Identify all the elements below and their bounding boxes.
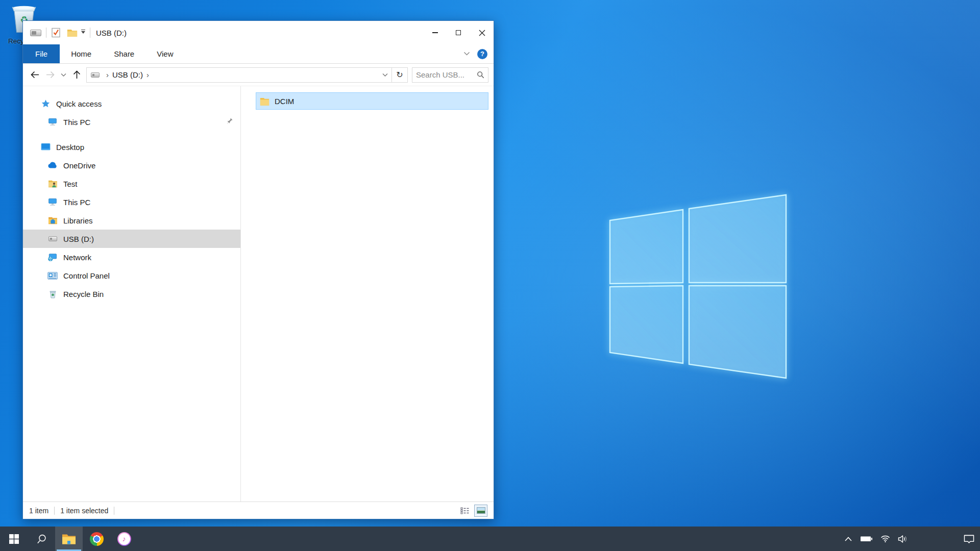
pin-icon <box>226 117 233 127</box>
folder-icon <box>260 97 270 106</box>
usb-drive-icon <box>91 72 100 78</box>
divider <box>54 507 55 515</box>
this-pc-icon <box>47 117 58 127</box>
new-folder-icon[interactable] <box>67 29 78 37</box>
maximize-button[interactable] <box>447 21 470 44</box>
search-icon <box>36 534 47 544</box>
sidebar-item-desktop[interactable]: Desktop <box>23 138 240 156</box>
details-view-button[interactable] <box>458 505 471 517</box>
up-arrow-icon <box>73 70 81 79</box>
chevron-down-icon <box>61 73 66 77</box>
this-pc-icon <box>47 197 58 207</box>
usb-drive-icon <box>47 234 58 244</box>
window-body: Quick access This PC Desktop <box>23 86 494 502</box>
sidebar-item-usb-d[interactable]: USB (D:) <box>23 230 240 248</box>
music-note-glyph: ♪ <box>122 535 126 543</box>
windows-start-icon <box>9 534 19 544</box>
navigation-pane: Quick access This PC Desktop <box>23 86 240 502</box>
libraries-icon <box>47 215 58 226</box>
sidebar-item-this-pc-pinned[interactable]: This PC <box>23 113 240 131</box>
chevron-down-icon <box>382 73 388 77</box>
file-list[interactable]: DCIM <box>241 86 495 502</box>
sidebar-item-quick-access[interactable]: Quick access <box>23 94 240 113</box>
details-view-icon <box>460 507 469 514</box>
file-item-dcim[interactable]: DCIM <box>256 92 488 110</box>
control-panel-icon <box>47 270 58 281</box>
sidebar-item-recycle-bin[interactable]: Recycle Bin <box>23 285 240 303</box>
sidebar-item-libraries[interactable]: Libraries <box>23 211 240 230</box>
close-button[interactable] <box>470 21 494 44</box>
quick-access-star-icon <box>40 98 51 109</box>
ribbon-tab-bar: File Home Share View ? <box>23 44 494 64</box>
thumbnail-view-icon <box>477 507 485 514</box>
taskbar: ♪ <box>0 527 980 551</box>
network-icon <box>47 252 58 262</box>
refresh-button[interactable]: ↻ <box>392 68 407 82</box>
breadcrumb-usb-d[interactable]: USB (D:) <box>112 70 143 79</box>
divider <box>114 507 114 515</box>
forward-arrow-icon <box>46 71 55 79</box>
item-count: 1 item <box>29 507 48 515</box>
sidebar-item-control-panel[interactable]: Control Panel <box>23 266 240 285</box>
breadcrumb-chevron-icon: › <box>146 70 149 79</box>
address-dropdown-button[interactable] <box>378 68 391 82</box>
desktop-icon <box>40 142 51 152</box>
user-folder-icon <box>47 179 58 189</box>
taskbar-file-explorer-button[interactable] <box>55 527 83 551</box>
window-title: USB (D:) <box>96 29 127 37</box>
status-bar: 1 item 1 item selected <box>23 502 494 519</box>
caption-buttons <box>423 21 494 44</box>
desktop: ♻ Recycle Bin USB (D:) <box>0 0 980 551</box>
action-center-icon[interactable] <box>963 534 975 544</box>
sidebar-item-this-pc[interactable]: This PC <box>23 193 240 211</box>
sidebar-item-onedrive[interactable]: OneDrive <box>23 156 240 174</box>
volume-icon[interactable] <box>898 535 908 543</box>
taskbar-itunes-button[interactable]: ♪ <box>110 527 138 551</box>
breadcrumb-chevron-icon: › <box>106 70 109 79</box>
chrome-icon <box>90 532 104 546</box>
address-bar[interactable]: › USB (D:) › ↻ <box>86 67 408 83</box>
refresh-icon: ↻ <box>396 70 403 80</box>
title-bar[interactable]: USB (D:) <box>23 21 494 44</box>
back-arrow-icon <box>31 71 39 79</box>
minimize-icon <box>432 32 438 33</box>
sidebar-item-network[interactable]: Network <box>23 248 240 266</box>
file-explorer-icon <box>62 533 76 545</box>
thumbnail-view-button[interactable] <box>474 505 487 517</box>
search-box[interactable] <box>412 67 488 83</box>
start-button[interactable] <box>0 527 28 551</box>
recycle-bin-icon <box>47 289 58 299</box>
search-icon[interactable] <box>477 71 484 79</box>
forward-button[interactable] <box>42 67 58 83</box>
onedrive-cloud-icon <box>47 160 58 170</box>
help-button[interactable]: ? <box>477 49 487 59</box>
tab-share[interactable]: Share <box>103 44 145 63</box>
navigation-toolbar: › USB (D:) › ↻ <box>23 64 494 86</box>
battery-icon[interactable] <box>860 535 873 543</box>
recent-locations-button[interactable] <box>58 67 69 83</box>
close-icon <box>479 30 485 36</box>
file-explorer-window: USB (D:) File Home Share View <box>22 20 494 519</box>
tab-view[interactable]: View <box>145 44 184 63</box>
properties-icon[interactable] <box>51 28 61 38</box>
itunes-icon: ♪ <box>117 532 131 546</box>
tab-home[interactable]: Home <box>60 44 103 63</box>
back-button[interactable] <box>27 67 42 83</box>
file-item-label: DCIM <box>275 97 294 106</box>
system-tray <box>844 527 980 551</box>
maximize-icon <box>456 30 461 35</box>
expand-ribbon-chevron-icon[interactable] <box>463 52 470 56</box>
tab-file[interactable]: File <box>23 44 60 63</box>
taskbar-chrome-button[interactable] <box>83 527 110 551</box>
selection-count: 1 item selected <box>60 507 108 515</box>
sidebar-item-test[interactable]: Test <box>23 174 240 193</box>
search-input[interactable] <box>416 70 477 79</box>
up-button[interactable] <box>69 67 84 83</box>
taskbar-search-button[interactable] <box>28 527 55 551</box>
tray-chevron-up-icon[interactable] <box>844 536 852 542</box>
minimize-button[interactable] <box>423 21 447 44</box>
wifi-icon[interactable] <box>880 535 890 543</box>
usb-drive-icon <box>30 30 41 36</box>
quick-access-toolbar-dropdown-icon[interactable] <box>81 30 85 36</box>
divider <box>46 28 46 38</box>
